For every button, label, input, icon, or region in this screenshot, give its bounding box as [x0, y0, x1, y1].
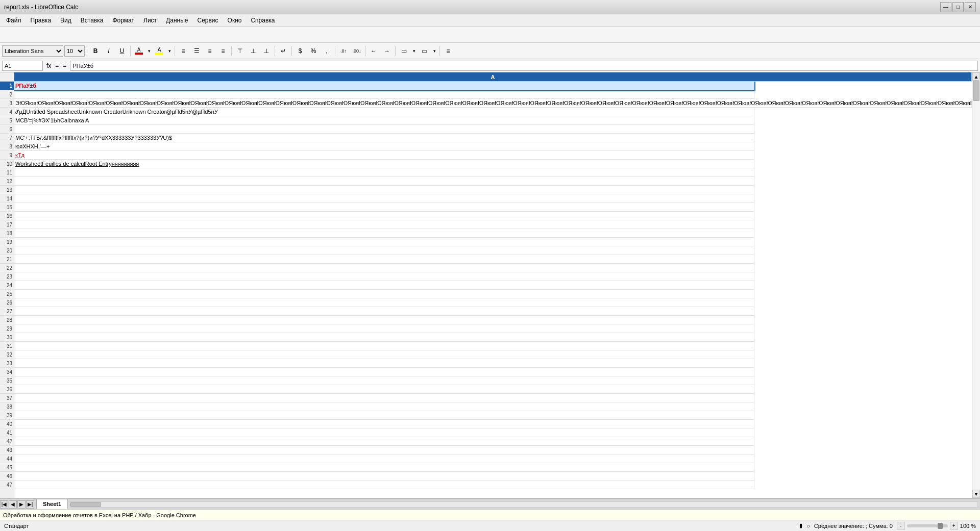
row-num-31[interactable]: 31	[0, 342, 14, 350]
cell-[interactable]	[14, 272, 754, 281]
menu-item-формат[interactable]: Формат	[108, 15, 138, 26]
row-num-8[interactable]: 8	[0, 142, 14, 151]
formula-equals-icon[interactable]: =	[61, 62, 68, 69]
fill-dropdown[interactable]: ▾	[431, 45, 437, 57]
cell-[interactable]	[14, 125, 754, 134]
h-scroll-thumb[interactable]	[70, 502, 101, 507]
col-header-A[interactable]: A	[14, 72, 972, 81]
menu-item-окно[interactable]: Окно	[224, 15, 246, 26]
font-color-dropdown[interactable]: ▾	[146, 45, 152, 57]
scroll-track[interactable]	[972, 81, 980, 490]
cell-[interactable]	[14, 290, 754, 298]
menu-item-правка[interactable]: Правка	[27, 15, 56, 26]
scroll-up-arrow[interactable]: ▲	[972, 72, 980, 81]
sheet-nav-next[interactable]: ▶	[17, 500, 26, 509]
cell-[interactable]	[14, 186, 754, 194]
cell-[interactable]	[14, 220, 754, 229]
row-num-10[interactable]: 10	[0, 160, 14, 168]
menu-item-файл[interactable]: Файл	[2, 15, 26, 26]
bg-color-dropdown[interactable]: ▾	[166, 45, 173, 57]
fill-button[interactable]: ▭	[418, 45, 430, 57]
cell-[interactable]	[14, 324, 754, 333]
indent-increase-button[interactable]: →	[381, 45, 393, 57]
menu-item-вставка[interactable]: Вставка	[77, 15, 108, 26]
cell-[interactable]: МСВ'=j%#ЭX'1ЬhСalbnaхa A	[14, 116, 754, 125]
bg-color-button[interactable]: A	[153, 45, 165, 57]
percent-button[interactable]: %	[307, 45, 320, 57]
scroll-down-arrow[interactable]: ▼	[972, 490, 980, 498]
row-num-32[interactable]: 32	[0, 350, 14, 359]
row-num-2[interactable]: 2	[0, 90, 14, 99]
row-num-19[interactable]: 19	[0, 238, 14, 246]
row-num-29[interactable]: 29	[0, 324, 14, 333]
cell-[interactable]	[14, 437, 754, 446]
cell-[interactable]: кТд	[14, 151, 754, 160]
row-num-4[interactable]: 4	[0, 108, 14, 116]
cell-[interactable]	[14, 229, 754, 238]
vertical-scrollbar[interactable]: ▲ ▼	[972, 72, 980, 498]
cell-[interactable]	[14, 402, 754, 411]
row-num-26[interactable]: 26	[0, 298, 14, 307]
row-num-7[interactable]: 7	[0, 134, 14, 142]
font-selector[interactable]: Liberation Sans	[2, 45, 63, 57]
formula-input[interactable]	[70, 61, 978, 71]
row-num-22[interactable]: 22	[0, 264, 14, 272]
border-button[interactable]: ▭	[398, 45, 410, 57]
border-dropdown[interactable]: ▾	[411, 45, 417, 57]
cell-reference-box[interactable]: A1	[2, 61, 43, 71]
function-wizard-icon[interactable]: fx	[45, 62, 53, 69]
row-num-15[interactable]: 15	[0, 203, 14, 212]
cell-[interactable]: ∂'µДUntitled SpreadsheetUnknown CreatorU…	[14, 108, 754, 116]
cell-[interactable]	[14, 368, 754, 376]
cell-[interactable]: ЭЮЯюяЮЯюяЮЯюяЮЯюяЮЯюяЮЯюяЮЯюяЮЯюяЮЯюяЮЯю…	[14, 99, 972, 108]
row-num-12[interactable]: 12	[0, 177, 14, 186]
row-num-1[interactable]: 1	[0, 82, 14, 90]
row-num-28[interactable]: 28	[0, 316, 14, 324]
cell-[interactable]	[14, 411, 754, 420]
row-num-25[interactable]: 25	[0, 290, 14, 298]
cell-[interactable]	[14, 168, 754, 177]
thousands-button[interactable]: ,	[321, 45, 333, 57]
row-num-23[interactable]: 23	[0, 272, 14, 281]
row-num-37[interactable]: 37	[0, 394, 14, 402]
sum-icon[interactable]: =	[54, 62, 60, 69]
cell-[interactable]	[14, 463, 754, 472]
currency-button[interactable]: $	[294, 45, 306, 57]
cell-[interactable]	[14, 264, 754, 272]
minimize-button[interactable]: —	[940, 2, 951, 12]
cell-[interactable]: юяXНXН,'—+	[14, 142, 754, 151]
indent-decrease-button[interactable]: ←	[368, 45, 380, 57]
row-num-33[interactable]: 33	[0, 359, 14, 368]
row-num-21[interactable]: 21	[0, 255, 14, 264]
sheet-tab-sheet1[interactable]: Sheet1	[36, 499, 68, 509]
row-num-6[interactable]: 6	[0, 125, 14, 134]
row-num-43[interactable]: 43	[0, 446, 14, 454]
sheet-nav-first[interactable]: |◀	[0, 500, 8, 509]
cell-[interactable]	[14, 472, 754, 481]
row-num-45[interactable]: 45	[0, 463, 14, 472]
row-num-34[interactable]: 34	[0, 368, 14, 376]
cell-[interactable]	[14, 307, 754, 316]
cell-[interactable]	[14, 446, 754, 454]
zoom-out-button[interactable]: -	[897, 522, 905, 530]
cell-[interactable]	[14, 359, 754, 368]
maximize-button[interactable]: □	[952, 2, 964, 12]
cell-[interactable]	[14, 428, 754, 437]
align-bottom-button[interactable]: ⊥	[260, 45, 273, 57]
cell-[interactable]	[14, 385, 754, 394]
cell-[interactable]: WorksheetFeuilles de calculRoot Entryяяя…	[14, 160, 754, 168]
row-num-39[interactable]: 39	[0, 411, 14, 420]
row-num-46[interactable]: 46	[0, 472, 14, 481]
row-num-3[interactable]: 3	[0, 99, 14, 108]
cell-[interactable]	[14, 203, 754, 212]
align-right-button[interactable]: ≡	[204, 45, 216, 57]
cell-[interactable]	[14, 350, 754, 359]
row-num-41[interactable]: 41	[0, 428, 14, 437]
cell-[interactable]	[14, 454, 754, 463]
row-num-38[interactable]: 38	[0, 402, 14, 411]
sheet-nav-last[interactable]: ▶|	[26, 500, 34, 509]
row-num-13[interactable]: 13	[0, 186, 14, 194]
sheet-nav-prev[interactable]: ◀	[9, 500, 17, 509]
cell-[interactable]	[14, 177, 754, 186]
cell-[interactable]	[14, 281, 754, 290]
